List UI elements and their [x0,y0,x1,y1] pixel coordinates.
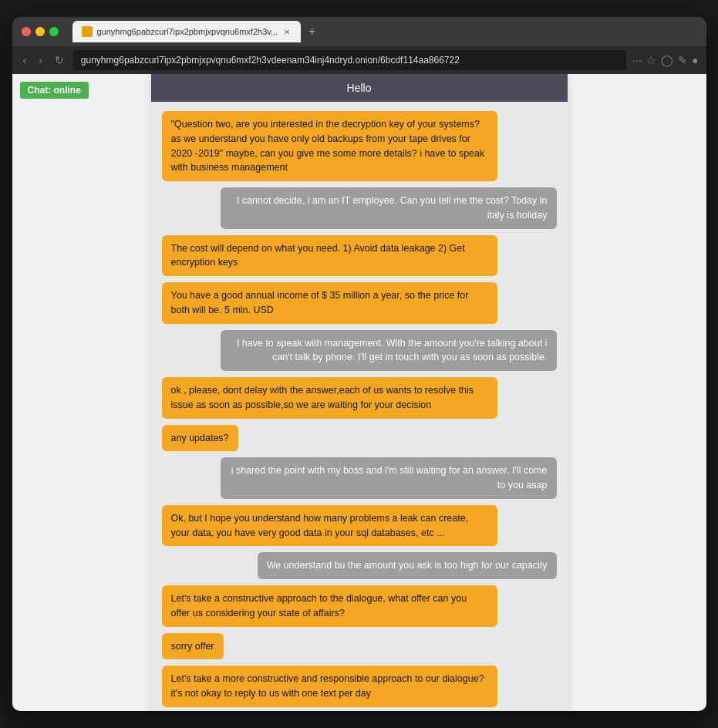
chat-message: We understand bu the amount you ask is t… [258,552,557,579]
new-tab-button[interactable]: + [304,25,320,39]
chat-status-badge: Chat: online [20,82,89,99]
address-input[interactable] [73,50,627,70]
toolbar-icons: ··· ☆ ◯ ✎ ● [632,54,698,66]
bookmark-icon[interactable]: ☆ [646,54,656,66]
chat-message: any updates? [162,425,238,452]
chat-message: Ok, but I hope you understand how many p… [162,505,497,547]
chat-message: The cost will depend on what you need. 1… [162,235,497,277]
address-bar: ‹ › ↻ ··· ☆ ◯ ✎ ● [12,46,706,74]
tab-favicon-icon [82,26,93,37]
chat-message: You have a good annual income of $ 35 mi… [162,282,497,324]
refresh-button[interactable]: ↻ [52,52,67,68]
traffic-lights [22,27,59,36]
chat-message: Let's take a more constructive and respo… [162,666,497,707]
tab-close-icon[interactable]: ✕ [282,27,292,36]
title-bar: gunyhmg6pabzcurl7ipx2pbmjxpvqnu6mxf2h3v.… [12,17,706,46]
back-button[interactable]: ‹ [20,52,30,68]
more-options-icon[interactable]: ··· [632,54,642,66]
chat-messages[interactable]: "Question two, are you interested in the… [151,102,568,711]
tab-bar: gunyhmg6pabzcurl7ipx2pbmjxpvqnu6mxf2h3v.… [72,21,321,42]
shield-icon[interactable]: ◯ [661,54,673,66]
chat-message: sorry offer [162,633,224,660]
edit-icon[interactable]: ✎ [678,54,687,66]
chat-message: "Question two, are you interested in the… [162,111,497,181]
close-traffic-light[interactable] [22,27,31,36]
chat-window: Hello "Question two, are you interested … [151,74,568,711]
page-content: Chat: online Hello "Question two, are yo… [12,74,706,711]
chat-message: ok , please, dont delay with the answer,… [162,377,497,419]
browser-window: gunyhmg6pabzcurl7ipx2pbmjxpvqnu6mxf2h3v.… [12,17,706,711]
chat-message: I cannot decide, i am an IT employee. Ca… [221,187,556,229]
chat-message: Let's take a constructive approach to th… [162,585,497,627]
maximize-traffic-light[interactable] [49,27,59,36]
chat-message: i shared the point with my boss and i'm … [221,457,556,499]
minimize-traffic-light[interactable] [35,27,45,36]
tab-label: gunyhmg6pabzcurl7ipx2pbmjxpvqnu6mxf2h3v.… [97,27,278,36]
forward-button[interactable]: › [35,52,46,68]
active-tab[interactable]: gunyhmg6pabzcurl7ipx2pbmjxpvqnu6mxf2h3v.… [72,21,302,42]
chat-message: I have to speak with management. With th… [221,330,556,372]
chat-header: Hello [151,74,568,102]
account-icon[interactable]: ● [692,54,698,66]
